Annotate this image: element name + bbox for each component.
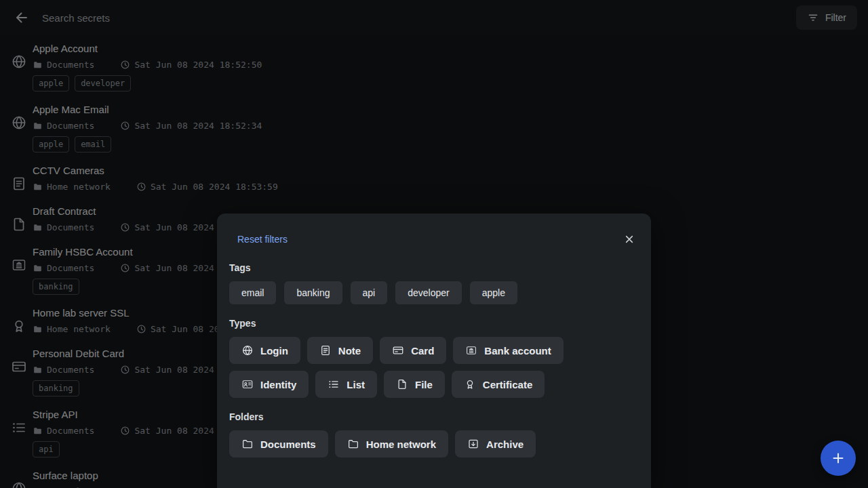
add-secret-fab[interactable] xyxy=(821,441,856,476)
type-filter-label: Identity xyxy=(260,379,296,390)
plus-icon xyxy=(830,450,846,466)
folder-filter-button[interactable]: Documents xyxy=(229,430,328,458)
type-icon xyxy=(396,378,408,390)
type-icon xyxy=(392,344,404,357)
tags-section-label: Tags xyxy=(229,262,639,273)
type-filter-button[interactable]: File xyxy=(384,371,445,398)
folder-icon xyxy=(467,438,479,450)
tags-chip-row: email banking api developer apple xyxy=(229,281,639,304)
type-filter-button[interactable]: Login xyxy=(229,337,300,364)
type-icon xyxy=(328,378,340,390)
tag-filter-chip[interactable]: email xyxy=(229,281,276,304)
folder-icon xyxy=(347,438,359,450)
folder-filter-label: Home network xyxy=(366,439,436,450)
tag-filter-chip[interactable]: apple xyxy=(470,281,517,304)
type-filter-button[interactable]: Note xyxy=(307,337,373,364)
reset-filters-link[interactable]: Reset filters xyxy=(237,230,288,249)
folder-filter-button[interactable]: Archive xyxy=(455,430,536,458)
type-filter-label: Login xyxy=(260,345,288,357)
type-filter-label: List xyxy=(347,379,365,390)
type-filter-label: Card xyxy=(411,345,434,357)
folder-filter-label: Archive xyxy=(486,439,524,450)
folder-filter-label: Documents xyxy=(260,439,316,450)
type-icon xyxy=(241,344,254,357)
type-filter-label: Note xyxy=(338,345,361,357)
tag-filter-chip[interactable]: banking xyxy=(284,281,342,304)
type-filter-label: File xyxy=(415,379,433,390)
type-filter-button[interactable]: List xyxy=(315,371,377,398)
type-icon xyxy=(319,344,332,357)
types-grid: Login Note Card Bank account xyxy=(229,337,639,398)
folder-icon xyxy=(241,438,254,450)
folder-filter-button[interactable]: Home network xyxy=(335,430,448,458)
close-icon xyxy=(623,232,636,246)
type-filter-button[interactable]: Identity xyxy=(229,371,309,398)
close-dialog-button[interactable] xyxy=(620,230,639,249)
type-icon xyxy=(241,378,254,390)
filter-dialog: Reset filters Tags email banking api dev… xyxy=(217,214,651,488)
folders-section-label: Folders xyxy=(229,411,639,422)
filter-dialog-header: Reset filters xyxy=(229,214,639,249)
type-filter-label: Bank account xyxy=(484,345,551,357)
type-filter-button[interactable]: Certificate xyxy=(452,371,545,398)
folders-grid: Documents Home network Archive xyxy=(229,430,639,458)
type-filter-button[interactable]: Card xyxy=(380,337,446,364)
type-filter-label: Certificate xyxy=(483,379,532,390)
type-icon xyxy=(464,378,476,390)
types-section-label: Types xyxy=(229,318,639,329)
type-filter-button[interactable]: Bank account xyxy=(453,337,563,364)
type-icon xyxy=(465,344,477,357)
tag-filter-chip[interactable]: api xyxy=(351,281,388,304)
tag-filter-chip[interactable]: developer xyxy=(395,281,462,304)
